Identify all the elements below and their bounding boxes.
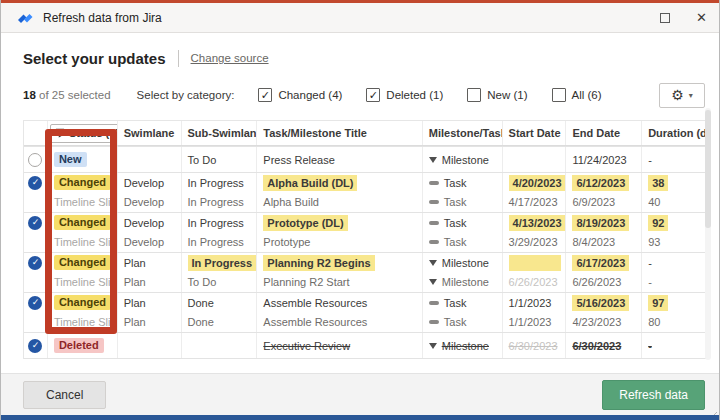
end-date-cell-text: 8/19/2023 [572,215,629,231]
type-label: Task [444,293,467,312]
checkbox-deleted[interactable]: ✓ Deleted (1) [366,88,443,102]
checkbox-all[interactable]: All (6) [552,88,602,102]
task-title-cell: Planning R2 Begins [257,253,423,272]
start-date-cell: 3/29/2023 [503,232,567,252]
table-row[interactable]: ✓ChangedDevelopIn ProgressAlpha Build (D… [24,172,706,192]
end-date-cell: 4/23/2023 [566,312,642,332]
row-selected-check-icon[interactable]: ✓ [28,216,42,230]
row-selected-check-icon[interactable]: ✓ [28,296,42,310]
maximize-icon[interactable] [660,13,670,23]
start-date-cell-text: 4/13/2023 [509,215,566,231]
sub-swimlane-column-header: Sub-Swimlane [182,121,258,145]
task-title-cell: Planning R2 Start [257,272,423,292]
table-row[interactable]: ✓DeletedExecutive ReviewMilestone6/30/20… [24,332,706,358]
table-row[interactable]: Timeline SlideDevelopIn ProgressAlpha Bu… [24,192,706,212]
checkbox-icon[interactable] [552,88,566,102]
end-date-cell-text: 11/24/2023 [572,147,626,172]
table-row[interactable]: Timeline SlideDevelopIn ProgressPrototyp… [24,232,706,252]
duration-cell: 93 [642,232,706,252]
start-date-cell-text: 6/30/2023 [509,333,558,358]
swimlane-cell-text: Plan [124,312,146,332]
task-title-cell: Assemble Resources [257,293,423,312]
filter-icon [55,128,65,138]
vertical-scrollbar[interactable] [705,108,711,360]
end-date-column-header: End Date [566,121,642,145]
type-value: Task [429,173,467,192]
table-row[interactable]: ✓ChangedPlanDoneAssemble ResourcesTask1/… [24,292,706,312]
row-select-cell[interactable]: ✓ [24,253,48,272]
start-date-cell: 4/17/2023 [503,192,567,212]
row-selected-check-icon[interactable]: ✓ [28,339,42,353]
end-date-cell: 6/12/2023 [566,173,642,192]
row-select-cell[interactable]: ✓ [24,333,48,358]
swimlane-cell: Plan [118,293,182,312]
start-date-cell: 1/1/2023 [503,312,567,332]
close-icon[interactable]: ✕ [696,11,707,24]
end-date-cell: 6/17/2023 [566,253,642,272]
task-icon [429,320,439,324]
sub-swimlane-cell-text: Done [188,312,214,332]
status-cell: New [48,147,118,172]
status-cell: Timeline Slide [48,312,118,332]
task-icon [429,221,439,225]
cancel-button[interactable]: Cancel [23,381,106,409]
sub-swimlane-cell: Done [182,312,258,332]
duration-cell-text: - [648,333,652,358]
task-icon [429,200,439,204]
end-date-cell-text: 6/17/2023 [572,255,629,271]
checkbox-icon[interactable]: ✓ [366,88,380,102]
start-date-cell: 4/20/2023 [503,173,567,192]
start-date-cell-text [509,255,561,271]
duration-cell: 97 [642,293,706,312]
status-filter-dropdown[interactable]: Status (4) ▾ [50,124,118,143]
type-label: Task [444,192,467,212]
task-title-cell: Alpha Build (DL) [257,173,423,192]
sub-swimlane-cell-text: To Do [188,272,217,292]
start-date-column-header: Start Date [503,121,567,145]
type-cell: Task [423,213,503,232]
checkbox-changed[interactable]: ✓ Changed (4) [258,88,342,102]
row-select-cell[interactable]: ✓ [24,173,48,192]
sub-swimlane-cell: In Progress [182,173,258,192]
table-row[interactable]: ✓ChangedDevelopIn ProgressPrototype (DL)… [24,212,706,232]
end-date-cell-text: 5/16/2023 [572,295,629,311]
checkbox-icon[interactable]: ✓ [258,88,272,102]
status-badge: Changed [54,295,111,310]
end-date-cell: 6/9/2023 [566,192,642,212]
scrollbar-thumb[interactable] [705,110,711,228]
table-row[interactable]: Timeline SlidePlanDoneAssemble Resources… [24,312,706,332]
refresh-data-button[interactable]: Refresh data [602,380,705,410]
type-label: Milestone [442,272,489,292]
row-select-cell[interactable]: ✓ [24,213,48,232]
status-column-header: Status (4) ▾ [48,121,118,145]
swimlane-cell-text: Develop [124,213,164,232]
page-title: Select your updates [23,50,166,67]
table-row[interactable]: ✓ChangedPlanIn ProgressPlanning R2 Begin… [24,252,706,272]
task-title-cell-text: Prototype [263,232,310,252]
checkbox-icon[interactable] [467,88,481,102]
sub-swimlane-cell-text: Done [188,293,214,312]
row-select-cell[interactable] [24,147,48,172]
divider [178,50,179,67]
swimlane-cell [118,333,182,358]
title-column-header: Task/Milestone Title [257,121,423,145]
row-unselected-circle-icon[interactable] [28,153,42,167]
task-title-cell-text: Press Release [263,147,335,172]
task-title-cell: Prototype [257,232,423,252]
task-title-cell: Alpha Build [257,192,423,212]
checkbox-new[interactable]: New (1) [467,88,527,102]
type-cell: Task [423,192,503,212]
duration-cell-text: 80 [648,312,660,332]
change-source-link[interactable]: Change source [191,52,269,64]
table-row[interactable]: NewTo DoPress ReleaseMilestone11/24/2023… [24,146,706,172]
row-selected-check-icon[interactable]: ✓ [28,176,42,190]
duration-cell: 92 [642,213,706,232]
row-select-cell[interactable]: ✓ [24,293,48,312]
row-selected-check-icon[interactable]: ✓ [28,256,42,270]
table-row[interactable]: Timeline SlidePlanTo DoPlanning R2 Start… [24,272,706,292]
duration-cell-text: - [648,253,652,272]
settings-button[interactable]: ⚙ ▾ [659,83,705,108]
end-date-cell: 6/26/2023 [566,272,642,292]
status-badge: Timeline Slide [54,272,118,292]
start-date-cell: 6/30/2023 [503,333,567,358]
